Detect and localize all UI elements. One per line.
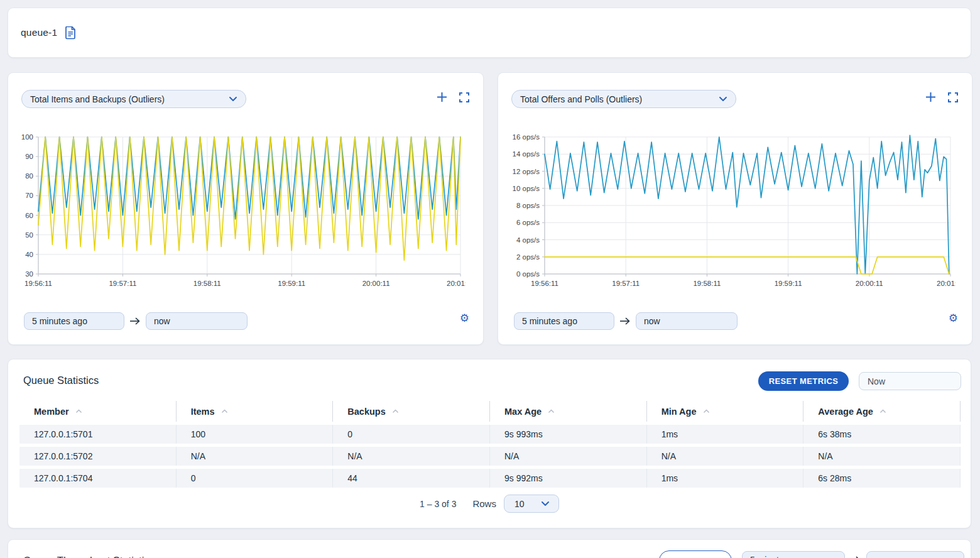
add-chart-icon[interactable] <box>437 92 447 102</box>
queue-throughput-card: Queue Throughput Statistics RESET TIME 5… <box>8 539 971 558</box>
table-cell: 44 <box>333 469 490 488</box>
svg-text:20:01:11: 20:01:11 <box>447 280 466 287</box>
column-header-max-age[interactable]: Max Age <box>490 401 647 422</box>
table-cell: N/A <box>177 447 334 466</box>
items-backups-chart-card: Total Items and Backups (Outliers) 30405… <box>8 72 484 345</box>
table-cell: 6s 38ms <box>803 425 961 444</box>
svg-text:30: 30 <box>25 270 33 278</box>
pagination: 1 – 3 of 3 Rows 10 <box>8 495 971 513</box>
table-row: 127.0.0.1:570110009s 993ms1ms6s 38ms <box>19 425 961 444</box>
table-cell: 127.0.0.1:5704 <box>19 469 177 488</box>
sort-chevron-up-icon <box>703 409 710 413</box>
table-cell: N/A <box>333 447 490 466</box>
pagination-range: 1 – 3 of 3 <box>420 499 456 509</box>
svg-text:16 ops/s: 16 ops/s <box>513 133 540 141</box>
svg-text:19:58:11: 19:58:11 <box>693 280 721 287</box>
svg-text:19:58:11: 19:58:11 <box>193 280 221 287</box>
svg-text:19:59:11: 19:59:11 <box>775 280 802 287</box>
fullscreen-icon[interactable] <box>459 92 469 102</box>
time-to-input[interactable]: now <box>866 551 964 558</box>
offers-polls-chart[interactable]: 0 ops/s2 ops/s4 ops/s6 ops/s8 ops/s10 op… <box>506 131 956 293</box>
svg-text:90: 90 <box>25 153 33 160</box>
metrics-time-input[interactable]: Now <box>859 372 961 390</box>
column-header-items[interactable]: Items <box>177 401 334 422</box>
reset-time-button[interactable]: RESET TIME <box>659 550 732 558</box>
add-chart-icon[interactable] <box>925 92 936 102</box>
time-to-input[interactable]: now <box>146 312 248 330</box>
time-from-input[interactable]: 5 minutes ago <box>514 312 614 330</box>
table-cell: 127.0.0.1:5701 <box>19 425 177 444</box>
table-row: 127.0.0.1:5702N/AN/AN/AN/AN/A <box>19 447 961 466</box>
table-header-row: MemberItemsBackupsMax AgeMin AgeAverage … <box>19 401 961 422</box>
svg-text:100: 100 <box>21 133 33 141</box>
table-cell: 1ms <box>647 425 804 444</box>
time-to-input[interactable]: now <box>636 312 738 330</box>
section-title: Queue Statistics <box>23 375 99 386</box>
svg-text:40: 40 <box>25 251 33 258</box>
time-from-input[interactable]: 5 minutes ago <box>24 312 124 330</box>
metric-select[interactable]: Total Offers and Polls (Outliers) <box>511 90 736 108</box>
table-body: 127.0.0.1:570110009s 993ms1ms6s 38ms127.… <box>19 425 961 488</box>
sort-chevron-up-icon <box>221 409 228 413</box>
table-cell: N/A <box>647 447 804 466</box>
queue-header-card: queue-1 <box>8 8 971 58</box>
items-backups-chart[interactable]: 3040506070809010019:56:1119:57:1119:58:1… <box>16 131 466 293</box>
table-row: 127.0.0.1:57040449s 992ms1ms6s 28ms <box>19 469 961 488</box>
offers-polls-chart-card: Total Offers and Polls (Outliers) 0 ops/… <box>498 72 972 345</box>
table-cell: N/A <box>803 447 961 466</box>
svg-text:8 ops/s: 8 ops/s <box>516 202 540 209</box>
chevron-down-icon <box>541 501 550 506</box>
fullscreen-icon[interactable] <box>948 92 958 102</box>
table-cell: 1ms <box>647 469 804 488</box>
svg-text:4 ops/s: 4 ops/s <box>516 236 540 244</box>
table-cell: 9s 993ms <box>490 425 647 444</box>
svg-text:20:01:11: 20:01:11 <box>937 280 956 287</box>
page-title: queue-1 <box>21 27 57 38</box>
svg-text:19:57:11: 19:57:11 <box>612 280 640 287</box>
chart-settings-gear-icon[interactable]: ⚙ <box>460 313 469 324</box>
section-title: Queue Throughput Statistics <box>23 555 155 558</box>
reset-metrics-button[interactable]: RESET METRICS <box>758 371 849 391</box>
table-cell: 100 <box>177 425 334 444</box>
arrow-right-icon <box>619 317 631 325</box>
svg-text:14 ops/s: 14 ops/s <box>513 150 540 158</box>
document-icon[interactable] <box>65 26 77 40</box>
table-cell: 0 <box>333 425 490 444</box>
column-header-backups[interactable]: Backups <box>333 401 490 422</box>
svg-text:20:00:11: 20:00:11 <box>856 280 883 287</box>
chevron-down-icon <box>719 96 727 102</box>
chevron-down-icon <box>229 96 237 102</box>
svg-text:19:59:11: 19:59:11 <box>278 280 305 287</box>
chart-settings-gear-icon[interactable]: ⚙ <box>949 313 958 324</box>
table-cell: 9s 992ms <box>490 469 647 488</box>
table-cell: 6s 28ms <box>803 469 961 488</box>
rows-per-page-label: Rows <box>472 498 496 509</box>
metric-select[interactable]: Total Items and Backups (Outliers) <box>21 90 246 108</box>
sort-chevron-up-icon <box>879 409 886 413</box>
svg-text:20:00:11: 20:00:11 <box>362 280 390 287</box>
svg-text:0 ops/s: 0 ops/s <box>516 270 540 278</box>
queue-statistics-table: MemberItemsBackupsMax AgeMin AgeAverage … <box>19 401 961 488</box>
metric-select-value: Total Offers and Polls (Outliers) <box>520 94 642 104</box>
svg-text:70: 70 <box>25 192 33 199</box>
column-header-min-age[interactable]: Min Age <box>647 401 804 422</box>
rows-per-page-select[interactable]: 10 <box>504 495 559 513</box>
svg-text:60: 60 <box>25 212 33 219</box>
column-header-average-age[interactable]: Average Age <box>803 401 961 422</box>
table-cell: N/A <box>490 447 647 466</box>
table-cell: 0 <box>177 469 334 488</box>
sort-chevron-up-icon <box>548 409 555 413</box>
svg-text:10 ops/s: 10 ops/s <box>513 185 540 192</box>
svg-text:19:56:11: 19:56:11 <box>24 280 52 287</box>
sort-chevron-up-icon <box>75 409 82 413</box>
svg-text:50: 50 <box>25 231 33 239</box>
svg-text:6 ops/s: 6 ops/s <box>516 219 540 226</box>
queue-statistics-card: Queue Statistics RESET METRICS Now Membe… <box>8 359 971 528</box>
svg-text:80: 80 <box>25 172 33 180</box>
metric-select-value: Total Items and Backups (Outliers) <box>30 94 165 104</box>
column-header-member[interactable]: Member <box>19 401 177 422</box>
svg-text:12 ops/s: 12 ops/s <box>513 168 540 175</box>
time-from-input[interactable]: 5 minutes ago <box>742 551 845 558</box>
table-cell: 127.0.0.1:5702 <box>19 447 177 466</box>
svg-text:19:56:11: 19:56:11 <box>531 280 558 287</box>
